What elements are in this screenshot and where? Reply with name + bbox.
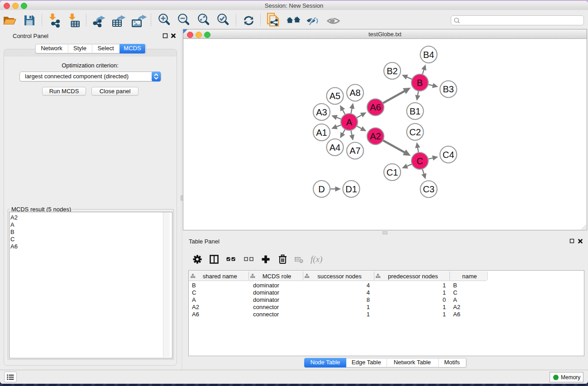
svg-text:B2: B2 — [387, 66, 397, 76]
svg-text:A6: A6 — [370, 102, 381, 112]
svg-text:A7: A7 — [349, 146, 360, 156]
svg-text:B3: B3 — [443, 84, 454, 94]
svg-text:C2: C2 — [409, 127, 421, 137]
svg-text:B4: B4 — [423, 50, 434, 60]
svg-text:B: B — [417, 78, 423, 88]
svg-text:A8: A8 — [349, 88, 360, 98]
svg-text:A3: A3 — [316, 107, 327, 117]
svg-text:A: A — [346, 117, 353, 127]
svg-text:B1: B1 — [410, 106, 421, 116]
svg-text:A5: A5 — [330, 91, 340, 101]
svg-text:A4: A4 — [330, 143, 340, 152]
svg-text:A1: A1 — [316, 128, 327, 138]
svg-text:C: C — [416, 156, 423, 166]
svg-text:A2: A2 — [370, 131, 381, 141]
svg-text:C3: C3 — [423, 184, 435, 194]
svg-text:D1: D1 — [345, 184, 357, 194]
svg-text:D: D — [318, 184, 325, 194]
svg-text:C1: C1 — [387, 167, 398, 177]
svg-text:C4: C4 — [443, 150, 454, 160]
